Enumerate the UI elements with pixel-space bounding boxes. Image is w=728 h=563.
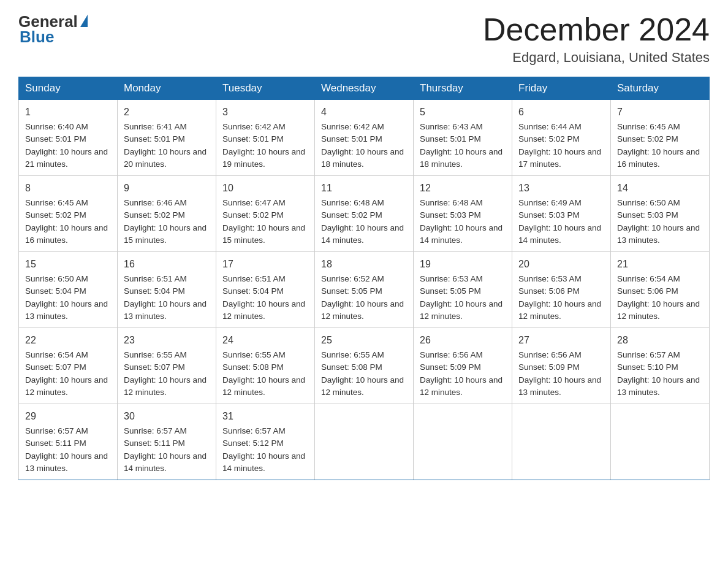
sunrise-text: Sunrise: 6:56 AM xyxy=(420,350,483,359)
day-number: 26 xyxy=(420,333,506,348)
calendar-cell: 30Sunrise: 6:57 AMSunset: 5:11 PMDayligh… xyxy=(118,404,216,480)
day-number: 16 xyxy=(124,257,210,272)
daylight-text: Daylight: 10 hours and 13 minutes. xyxy=(617,223,700,245)
sunrise-text: Sunrise: 6:52 AM xyxy=(321,274,384,283)
calendar-cell xyxy=(315,404,414,480)
column-header-saturday: Saturday xyxy=(611,77,710,100)
calendar-cell: 10Sunrise: 6:47 AMSunset: 5:02 PMDayligh… xyxy=(216,176,315,252)
sunset-text: Sunset: 5:06 PM xyxy=(617,286,678,296)
column-header-thursday: Thursday xyxy=(414,77,512,100)
calendar-week-1: 1Sunrise: 6:40 AMSunset: 5:01 PMDaylight… xyxy=(19,100,710,176)
day-number: 30 xyxy=(124,409,210,424)
day-number: 5 xyxy=(420,105,506,120)
calendar-cell xyxy=(512,404,611,480)
calendar-cell: 7Sunrise: 6:45 AMSunset: 5:02 PMDaylight… xyxy=(611,100,710,176)
sunrise-text: Sunrise: 6:49 AM xyxy=(518,198,582,207)
daylight-text: Daylight: 10 hours and 12 minutes. xyxy=(420,375,502,397)
day-number: 31 xyxy=(222,409,308,424)
sunrise-text: Sunrise: 6:56 AM xyxy=(518,350,582,359)
sunrise-text: Sunrise: 6:53 AM xyxy=(518,274,582,283)
sunrise-text: Sunrise: 6:57 AM xyxy=(124,426,187,435)
daylight-text: Daylight: 10 hours and 14 minutes. xyxy=(321,223,404,245)
calendar-cell: 14Sunrise: 6:50 AMSunset: 5:03 PMDayligh… xyxy=(611,176,710,252)
day-number: 25 xyxy=(321,333,407,348)
sunset-text: Sunset: 5:02 PM xyxy=(222,210,284,220)
logo-triangle-icon xyxy=(80,15,88,27)
day-number: 28 xyxy=(617,333,703,348)
calendar-week-2: 8Sunrise: 6:45 AMSunset: 5:02 PMDaylight… xyxy=(19,176,710,252)
sunset-text: Sunset: 5:01 PM xyxy=(222,134,284,144)
sunset-text: Sunset: 5:08 PM xyxy=(222,362,284,372)
calendar-cell: 21Sunrise: 6:54 AMSunset: 5:06 PMDayligh… xyxy=(611,252,710,328)
calendar-cell: 16Sunrise: 6:51 AMSunset: 5:04 PMDayligh… xyxy=(118,252,216,328)
sunrise-text: Sunrise: 6:54 AM xyxy=(25,350,88,359)
sunset-text: Sunset: 5:12 PM xyxy=(222,439,284,448)
daylight-text: Daylight: 10 hours and 12 minutes. xyxy=(124,375,207,397)
logo-blue-text: Blue xyxy=(20,28,54,47)
day-number: 20 xyxy=(518,257,604,272)
sunset-text: Sunset: 5:07 PM xyxy=(25,362,86,372)
sunset-text: Sunset: 5:02 PM xyxy=(617,134,678,144)
sunrise-text: Sunrise: 6:55 AM xyxy=(124,350,187,359)
daylight-text: Daylight: 10 hours and 12 minutes. xyxy=(222,375,305,397)
sunset-text: Sunset: 5:07 PM xyxy=(124,362,185,372)
calendar-cell: 13Sunrise: 6:49 AMSunset: 5:03 PMDayligh… xyxy=(512,176,611,252)
sunset-text: Sunset: 5:10 PM xyxy=(617,362,678,372)
sunset-text: Sunset: 5:01 PM xyxy=(321,134,382,144)
sunset-text: Sunset: 5:01 PM xyxy=(124,134,185,144)
calendar-cell: 24Sunrise: 6:55 AMSunset: 5:08 PMDayligh… xyxy=(216,328,315,404)
daylight-text: Daylight: 10 hours and 17 minutes. xyxy=(518,147,601,169)
day-number: 3 xyxy=(222,105,308,120)
day-number: 12 xyxy=(420,181,506,196)
sunset-text: Sunset: 5:01 PM xyxy=(25,134,86,144)
sunset-text: Sunset: 5:03 PM xyxy=(420,210,481,220)
daylight-text: Daylight: 10 hours and 14 minutes. xyxy=(420,223,502,245)
calendar-cell: 6Sunrise: 6:44 AMSunset: 5:02 PMDaylight… xyxy=(512,100,611,176)
calendar-cell: 15Sunrise: 6:50 AMSunset: 5:04 PMDayligh… xyxy=(19,252,118,328)
calendar-cell: 31Sunrise: 6:57 AMSunset: 5:12 PMDayligh… xyxy=(216,404,315,480)
daylight-text: Daylight: 10 hours and 13 minutes. xyxy=(518,375,601,397)
calendar-cell: 12Sunrise: 6:48 AMSunset: 5:03 PMDayligh… xyxy=(414,176,512,252)
sunset-text: Sunset: 5:08 PM xyxy=(321,362,382,372)
daylight-text: Daylight: 10 hours and 20 minutes. xyxy=(124,147,207,169)
sunrise-text: Sunrise: 6:55 AM xyxy=(222,350,286,359)
day-number: 29 xyxy=(25,409,111,424)
daylight-text: Daylight: 10 hours and 14 minutes. xyxy=(124,451,207,473)
calendar-cell: 3Sunrise: 6:42 AMSunset: 5:01 PMDaylight… xyxy=(216,100,315,176)
column-header-friday: Friday xyxy=(512,77,611,100)
sunset-text: Sunset: 5:02 PM xyxy=(25,210,86,220)
calendar-week-3: 15Sunrise: 6:50 AMSunset: 5:04 PMDayligh… xyxy=(19,252,710,328)
sunrise-text: Sunrise: 6:48 AM xyxy=(420,198,483,207)
daylight-text: Daylight: 10 hours and 21 minutes. xyxy=(25,147,108,169)
daylight-text: Daylight: 10 hours and 12 minutes. xyxy=(518,299,601,321)
sunrise-text: Sunrise: 6:48 AM xyxy=(321,198,384,207)
sunrise-text: Sunrise: 6:53 AM xyxy=(420,274,483,283)
calendar-cell: 20Sunrise: 6:53 AMSunset: 5:06 PMDayligh… xyxy=(512,252,611,328)
calendar-cell: 25Sunrise: 6:55 AMSunset: 5:08 PMDayligh… xyxy=(315,328,414,404)
daylight-text: Daylight: 10 hours and 16 minutes. xyxy=(617,147,700,169)
page-header: General Blue December 2024 Edgard, Louis… xyxy=(18,12,710,66)
calendar-cell: 27Sunrise: 6:56 AMSunset: 5:09 PMDayligh… xyxy=(512,328,611,404)
sunrise-text: Sunrise: 6:57 AM xyxy=(25,426,88,435)
calendar-cell: 1Sunrise: 6:40 AMSunset: 5:01 PMDaylight… xyxy=(19,100,118,176)
calendar-cell: 18Sunrise: 6:52 AMSunset: 5:05 PMDayligh… xyxy=(315,252,414,328)
day-number: 17 xyxy=(222,257,308,272)
calendar-cell: 23Sunrise: 6:55 AMSunset: 5:07 PMDayligh… xyxy=(118,328,216,404)
calendar-cell: 5Sunrise: 6:43 AMSunset: 5:01 PMDaylight… xyxy=(414,100,512,176)
sunrise-text: Sunrise: 6:57 AM xyxy=(617,350,680,359)
day-number: 4 xyxy=(321,105,407,120)
daylight-text: Daylight: 10 hours and 13 minutes. xyxy=(25,299,108,321)
day-number: 18 xyxy=(321,257,407,272)
daylight-text: Daylight: 10 hours and 19 minutes. xyxy=(222,147,305,169)
sunset-text: Sunset: 5:02 PM xyxy=(518,134,580,144)
day-number: 22 xyxy=(25,333,111,348)
daylight-text: Daylight: 10 hours and 12 minutes. xyxy=(617,299,700,321)
sunrise-text: Sunrise: 6:50 AM xyxy=(617,198,680,207)
sunset-text: Sunset: 5:03 PM xyxy=(617,210,678,220)
calendar-cell: 19Sunrise: 6:53 AMSunset: 5:05 PMDayligh… xyxy=(414,252,512,328)
sunset-text: Sunset: 5:03 PM xyxy=(518,210,580,220)
sunset-text: Sunset: 5:02 PM xyxy=(321,210,382,220)
sunrise-text: Sunrise: 6:55 AM xyxy=(321,350,384,359)
daylight-text: Daylight: 10 hours and 12 minutes. xyxy=(25,375,108,397)
sunrise-text: Sunrise: 6:50 AM xyxy=(25,274,88,283)
